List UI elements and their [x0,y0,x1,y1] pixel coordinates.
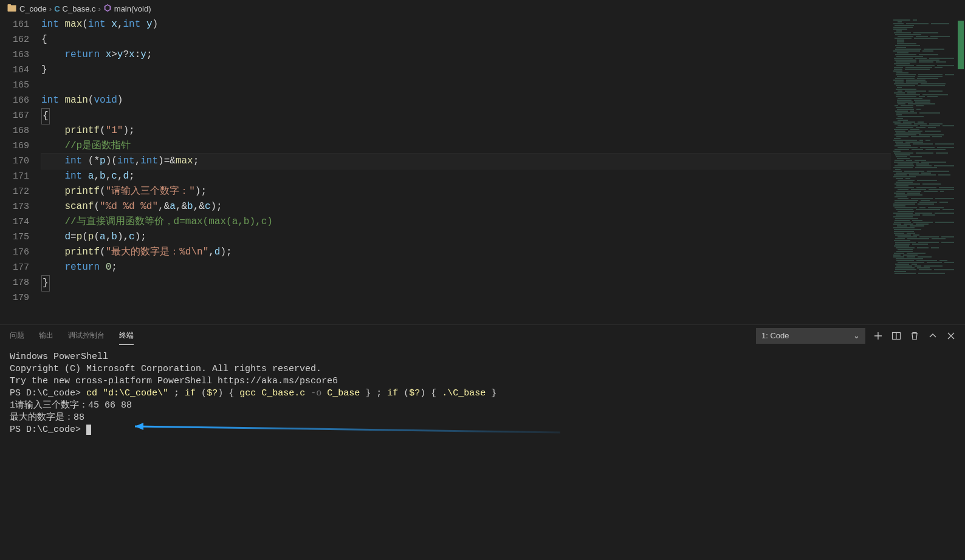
tab-problems[interactable]: 问题 [10,327,24,344]
code-line[interactable]: //p是函数指针 [41,138,891,154]
line-number: 176 [0,245,29,260]
breadcrumb-file[interactable]: C C_base.c [54,4,95,13]
breadcrumb-symbol[interactable]: main(void) [103,4,151,14]
panel-actions: 1: Code ⌄ [756,325,956,346]
line-number: 163 [0,47,29,63]
tab-output[interactable]: 输出 [39,327,53,344]
line-number: 178 [0,275,29,290]
minimap[interactable] [891,17,956,324]
line-number-gutter: 1611621631641651661671681691701711721731… [0,17,41,324]
code-line[interactable] [41,290,891,306]
line-number: 174 [0,214,29,230]
terminal-line: Windows PowerShell [10,351,955,363]
code-line[interactable]: printf("最大的数字是：%d\n",d); [41,245,891,260]
breadcrumb-folder[interactable]: C_code [7,3,47,15]
line-number: 175 [0,230,29,245]
new-terminal-button[interactable] [873,330,884,341]
tab-debug-console[interactable]: 调试控制台 [68,327,105,344]
close-panel-button[interactable] [946,330,956,341]
line-number: 162 [0,32,29,47]
breadcrumb-file-label: C_base.c [63,4,96,13]
terminal-line: Try the new cross-platform PowerShell ht… [10,375,955,388]
code-pane[interactable]: 1611621631641651661671681691701711721731… [0,17,891,324]
code-line[interactable] [41,78,891,93]
breadcrumb-separator: › [98,4,100,13]
split-terminal-button[interactable] [891,330,902,341]
line-number: 172 [0,184,29,199]
maximize-panel-button[interactable] [927,330,938,341]
breadcrumb: C_code › C C_base.c › main(void) [0,0,965,17]
line-number: 165 [0,78,29,93]
folder-icon [7,3,17,15]
vertical-scrollbar[interactable] [956,17,965,324]
code-line[interactable]: { [41,108,891,123]
c-file-icon: C [54,4,60,13]
code-line[interactable]: int (*p)(int,int)=&max; [41,154,891,169]
code-line[interactable]: d=p(p(a,b),c); [41,230,891,245]
code-line[interactable]: return 0; [41,260,891,275]
symbol-method-icon [103,4,112,14]
code-line[interactable]: } [41,63,891,78]
breadcrumb-folder-label: C_code [19,4,47,13]
terminal-line: 1请输入三个数字：45 66 88 [10,400,955,412]
code-line[interactable]: int max(int x,int y) [41,17,891,32]
line-number: 179 [0,290,29,306]
line-number: 161 [0,17,29,32]
kill-terminal-button[interactable] [909,330,920,341]
terminal-line: 最大的数字是：88 [10,412,955,424]
scroll-thumb[interactable] [958,21,964,69]
code-line[interactable]: int main(void) [41,93,891,108]
line-number: 169 [0,138,29,154]
terminal-line: PS D:\C_code> cd "d:\C_code\" ; if ($?) … [10,388,955,400]
line-number: 167 [0,108,29,123]
code-line[interactable]: //与直接调用函数等价，d=max(max(a,b),c) [41,214,891,230]
code-content[interactable]: int max(int x,int y){ return x>y?x:y;}in… [41,17,891,324]
line-number: 166 [0,93,29,108]
bottom-panel: 问题 输出 调试控制台 终端 1: Code ⌄ [0,324,965,560]
code-line[interactable]: } [41,275,891,290]
code-line[interactable]: return x>y?x:y; [41,47,891,63]
panel-tabs: 问题 输出 调试控制台 终端 1: Code ⌄ [0,325,965,346]
terminal-selector-label: 1: Code [761,331,789,340]
code-line[interactable]: { [41,32,891,47]
terminal-selector[interactable]: 1: Code ⌄ [756,328,865,344]
terminal-cursor [86,425,91,435]
line-number: 173 [0,199,29,214]
code-line[interactable]: int a,b,c,d; [41,169,891,184]
terminal-line: Copyright (C) Microsoft Corporation. All… [10,363,955,375]
tab-terminal[interactable]: 终端 [119,327,134,345]
line-number: 177 [0,260,29,275]
line-number: 168 [0,123,29,138]
line-number: 171 [0,169,29,184]
code-line[interactable]: scanf("%d %d %d",&a,&b,&c); [41,199,891,214]
chevron-down-icon: ⌄ [853,331,860,340]
editor-area: 1611621631641651661671681691701711721731… [0,17,965,324]
code-line[interactable]: printf("请输入三个数字："); [41,184,891,199]
breadcrumb-symbol-label: main(void) [114,4,151,13]
breadcrumb-separator: › [49,4,52,13]
code-line[interactable]: printf("1"); [41,123,891,138]
line-number: 170 [0,154,29,169]
line-number: 164 [0,63,29,78]
terminal-content[interactable]: Windows PowerShellCopyright (C) Microsof… [0,346,965,560]
terminal-line: PS D:\C_code> [10,424,955,436]
